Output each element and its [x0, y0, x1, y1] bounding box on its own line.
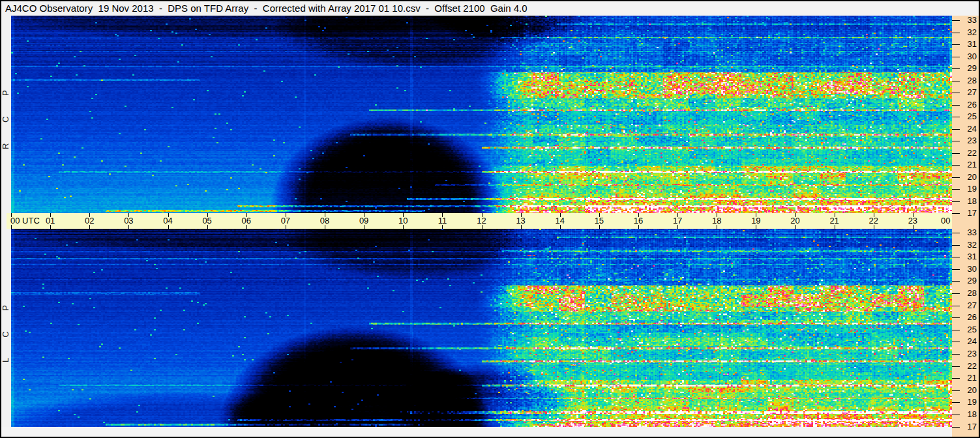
freq-label: 30: [960, 51, 977, 62]
lcp-spectrogram-canvas: [11, 229, 952, 427]
bottom-margin-strip: [1, 427, 952, 437]
freq-label: 21: [960, 160, 977, 170]
time-label: 15: [590, 216, 608, 226]
freq-tick: [952, 68, 960, 69]
freq-label: 32: [960, 27, 977, 38]
time-label: 07: [276, 216, 295, 226]
time-label: 04: [159, 216, 177, 226]
freq-label: 20: [960, 385, 977, 396]
freq-tick: [952, 141, 960, 141]
freq-tick: [952, 378, 960, 379]
freq-tick: [952, 330, 960, 330]
time-axis: 00 UTC0102030405060708091011121314151617…: [7, 213, 952, 229]
time-label: 02: [80, 216, 98, 226]
freq-label: 22: [960, 148, 977, 158]
freq-label: 17: [960, 208, 977, 218]
freq-label: 31: [960, 39, 977, 50]
rcp-polarization-label: R C P: [1, 73, 10, 158]
time-label: 06: [237, 216, 256, 226]
freq-label: 27: [960, 87, 977, 98]
lcp-polarization-label: L C P: [1, 287, 10, 372]
time-label: 00 UTC: [10, 216, 40, 226]
freq-label: 30: [960, 264, 977, 274]
freq-label: 29: [960, 276, 977, 286]
freq-label: 26: [960, 312, 977, 323]
freq-tick: [952, 354, 960, 355]
time-label: 09: [355, 216, 373, 226]
time-label: 00: [941, 216, 950, 226]
freq-label: 19: [960, 397, 977, 407]
freq-label: 19: [960, 184, 977, 194]
freq-label: 28: [960, 288, 977, 299]
freq-tick: [952, 281, 960, 282]
freq-tick: [952, 153, 960, 154]
freq-label: 29: [960, 63, 977, 74]
freq-tick: [952, 177, 960, 178]
freq-tick: [952, 245, 960, 246]
freq-label: 20: [960, 172, 977, 182]
freq-tick: [952, 213, 960, 214]
freq-tick: [952, 233, 960, 233]
freq-tick: [952, 165, 960, 166]
freq-label: 25: [960, 111, 977, 122]
freq-tick: [952, 33, 960, 33]
freq-tick: [952, 293, 960, 294]
freq-tick: [952, 390, 960, 391]
frequency-axis-strip: 3332313029282726252423222120191817 33323…: [952, 16, 979, 437]
time-label: 18: [707, 216, 726, 226]
time-label: 03: [119, 216, 138, 226]
freq-label: 27: [960, 300, 977, 311]
freq-label: 32: [960, 240, 977, 250]
freq-tick: [952, 317, 960, 318]
time-label: 12: [473, 216, 491, 226]
freq-tick: [952, 129, 960, 130]
freq-tick: [952, 201, 960, 202]
freq-label: 24: [960, 336, 977, 347]
freq-label: 25: [960, 325, 977, 335]
plot-title: AJ4CO Observatory 19 Nov 2013 - DPS on T…: [1, 1, 979, 16]
freq-label: 23: [960, 349, 977, 359]
freq-tick: [952, 81, 960, 81]
freq-tick: [952, 57, 960, 57]
time-label: 23: [904, 216, 922, 226]
time-label: 14: [551, 216, 569, 226]
time-label: 20: [786, 216, 805, 226]
time-label: 19: [747, 216, 765, 226]
freq-label: 21: [960, 373, 977, 383]
freq-tick: [952, 306, 960, 306]
time-label: 08: [316, 216, 334, 226]
time-label: 10: [394, 216, 412, 226]
freq-label: 18: [960, 196, 977, 207]
freq-label: 18: [960, 409, 977, 420]
freq-tick: [952, 105, 960, 106]
freq-tick: [952, 366, 960, 367]
freq-label: 17: [960, 422, 977, 432]
freq-tick: [952, 189, 960, 190]
freq-tick: [952, 415, 960, 415]
time-label: 22: [865, 216, 883, 226]
freq-tick: [952, 117, 960, 117]
time-label: 01: [41, 216, 59, 226]
time-label: 05: [198, 216, 216, 226]
freq-tick: [952, 44, 960, 45]
time-label: 16: [629, 216, 647, 226]
time-label: 21: [825, 216, 844, 226]
rcp-spectrogram-canvas: [11, 16, 952, 213]
freq-label: 28: [960, 76, 977, 86]
freq-tick: [952, 342, 960, 342]
freq-tick: [952, 257, 960, 257]
freq-label: 22: [960, 361, 977, 372]
freq-label: 23: [960, 136, 977, 146]
freq-label: 31: [960, 252, 977, 262]
freq-tick: [952, 402, 960, 403]
freq-tick: [952, 269, 960, 270]
freq-label: 33: [960, 15, 977, 25]
time-label: 17: [668, 216, 687, 226]
time-label: 11: [433, 216, 451, 226]
freq-label: 26: [960, 100, 977, 110]
freq-tick: [952, 427, 960, 428]
app-window: AJ4CO Observatory 19 Nov 2013 - DPS on T…: [0, 0, 980, 438]
freq-label: 33: [960, 227, 977, 238]
freq-tick: [952, 20, 960, 21]
freq-tick: [952, 93, 960, 93]
